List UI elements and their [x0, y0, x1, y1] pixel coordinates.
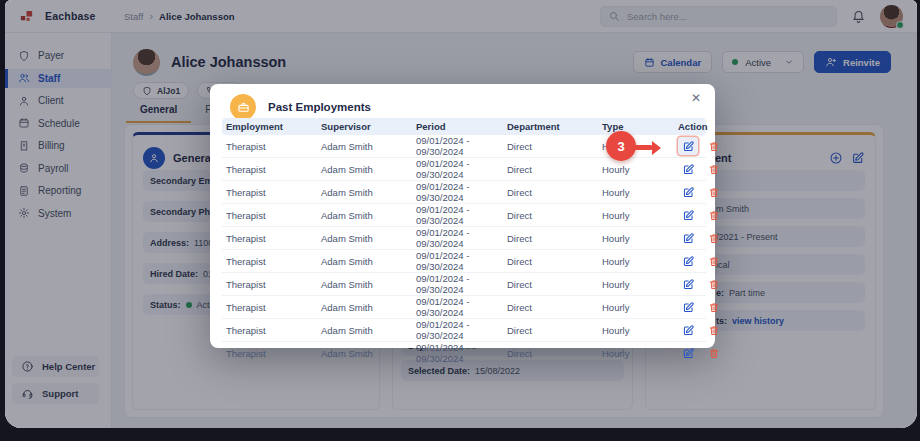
table-row: Therapist Adam Smith 09/01/2024 - 09/30/… — [222, 158, 706, 181]
column-header: Action — [674, 121, 716, 132]
trash-icon — [708, 140, 720, 153]
table-row: Therapist Adam Smith 09/01/2024 - 09/30/… — [222, 319, 706, 342]
edit-icon — [682, 140, 695, 153]
type-cell: Hourly — [598, 325, 674, 336]
column-header: Period — [412, 121, 503, 132]
trash-icon — [708, 324, 720, 337]
actions-cell — [674, 275, 732, 293]
close-icon[interactable]: ✕ — [689, 90, 703, 106]
table-row: Therapist Adam Smith 09/01/2024 - 09/30/… — [222, 181, 706, 204]
edit-icon — [682, 163, 695, 176]
edit-button[interactable] — [678, 275, 698, 293]
employment-cell: Therapist — [222, 325, 317, 336]
department-cell: Direct — [503, 325, 598, 336]
column-header: Type — [598, 121, 674, 132]
screenshot-root: Eachbase Staff › Alice Johansson — [0, 0, 920, 441]
employment-cell: Therapist — [222, 348, 317, 359]
delete-button[interactable] — [704, 321, 724, 339]
employment-cell: Therapist — [222, 210, 317, 221]
edit-button[interactable] — [678, 160, 698, 178]
employment-cell: Therapist — [222, 141, 317, 152]
trash-icon — [708, 209, 720, 222]
department-cell: Direct — [503, 256, 598, 267]
modal-title: Past Employments — [268, 101, 371, 113]
type-cell: Hourly — [598, 302, 674, 313]
department-cell: Direct — [503, 302, 598, 313]
past-employments-modal: Past Employments ✕ Employment Supervisor… — [210, 84, 715, 348]
supervisor-cell: Adam Smith — [317, 233, 412, 244]
edit-button[interactable] — [678, 252, 698, 270]
supervisor-cell: Adam Smith — [317, 210, 412, 221]
supervisor-cell: Adam Smith — [317, 164, 412, 175]
edit-button[interactable] — [678, 229, 698, 247]
actions-cell — [674, 206, 732, 224]
edit-icon — [682, 324, 695, 337]
edit-button[interactable] — [678, 298, 698, 316]
type-cell: Hourly — [598, 233, 674, 244]
trash-icon — [708, 255, 720, 268]
delete-button[interactable] — [704, 183, 724, 201]
delete-button[interactable] — [704, 344, 724, 362]
delete-button[interactable] — [704, 137, 724, 155]
edit-button[interactable] — [678, 344, 698, 362]
department-cell: Direct — [503, 210, 598, 221]
type-cell: Hourly — [598, 256, 674, 267]
table-header-row: Employment Supervisor Period Department … — [222, 118, 706, 135]
supervisor-cell: Adam Smith — [317, 141, 412, 152]
table-row: Therapist Adam Smith 09/01/2024 - 09/30/… — [222, 342, 706, 364]
type-cell: Hourly — [598, 164, 674, 175]
employment-cell: Therapist — [222, 279, 317, 290]
delete-button[interactable] — [704, 275, 724, 293]
column-header: Supervisor — [317, 121, 412, 132]
edit-icon — [682, 301, 695, 314]
period-cell: 09/01/2024 - 09/30/2024 — [412, 135, 503, 157]
employment-table-body: Therapist Adam Smith 09/01/2024 - 09/30/… — [222, 135, 706, 364]
table-row: Therapist Adam Smith 09/01/2024 - 09/30/… — [222, 296, 706, 319]
actions-cell — [674, 183, 732, 201]
edit-icon — [682, 186, 695, 199]
edit-button[interactable] — [678, 183, 698, 201]
delete-button[interactable] — [704, 252, 724, 270]
actions-cell — [674, 229, 732, 247]
department-cell: Direct — [503, 233, 598, 244]
edit-button[interactable] — [678, 206, 698, 224]
supervisor-cell: Adam Smith — [317, 256, 412, 267]
supervisor-cell: Adam Smith — [317, 348, 412, 359]
table-row: Therapist Adam Smith 09/01/2024 - 09/30/… — [222, 227, 706, 250]
actions-cell — [674, 298, 732, 316]
trash-icon — [708, 186, 720, 199]
supervisor-cell: Adam Smith — [317, 325, 412, 336]
trash-icon — [708, 278, 720, 291]
department-cell: Direct — [503, 164, 598, 175]
delete-button[interactable] — [704, 206, 724, 224]
type-cell: Hourly — [598, 210, 674, 221]
app-window: Eachbase Staff › Alice Johansson — [5, 0, 917, 428]
supervisor-cell: Adam Smith — [317, 302, 412, 313]
period-cell: 09/01/2024 - 09/30/2024 — [412, 273, 503, 295]
department-cell: Direct — [503, 279, 598, 290]
edit-icon — [682, 209, 695, 222]
employment-cell: Therapist — [222, 164, 317, 175]
period-cell: 09/01/2024 - 09/30/2024 — [412, 296, 503, 318]
edit-button[interactable] — [678, 321, 698, 339]
edit-icon — [682, 232, 695, 245]
delete-button[interactable] — [704, 298, 724, 316]
annotation-step-badge: 3 — [606, 131, 636, 161]
type-cell: Hourly — [598, 279, 674, 290]
table-row: Therapist Adam Smith 09/01/2024 - 09/30/… — [222, 250, 706, 273]
briefcase-icon — [230, 94, 256, 120]
delete-button[interactable] — [704, 160, 724, 178]
trash-icon — [708, 347, 720, 360]
edit-button[interactable] — [678, 137, 698, 155]
edit-icon — [682, 255, 695, 268]
table-row: Therapist Adam Smith 09/01/2024 - 09/30/… — [222, 204, 706, 227]
supervisor-cell: Adam Smith — [317, 279, 412, 290]
period-cell: 09/01/2024 - 09/30/2024 — [412, 227, 503, 249]
period-cell: 09/01/2024 - 09/30/2024 — [412, 204, 503, 226]
department-cell: Direct — [503, 141, 598, 152]
period-cell: 09/01/2024 - 09/30/2024 — [412, 181, 503, 203]
employment-cell: Therapist — [222, 187, 317, 198]
trash-icon — [708, 301, 720, 314]
delete-button[interactable] — [704, 229, 724, 247]
trash-icon — [708, 232, 720, 245]
